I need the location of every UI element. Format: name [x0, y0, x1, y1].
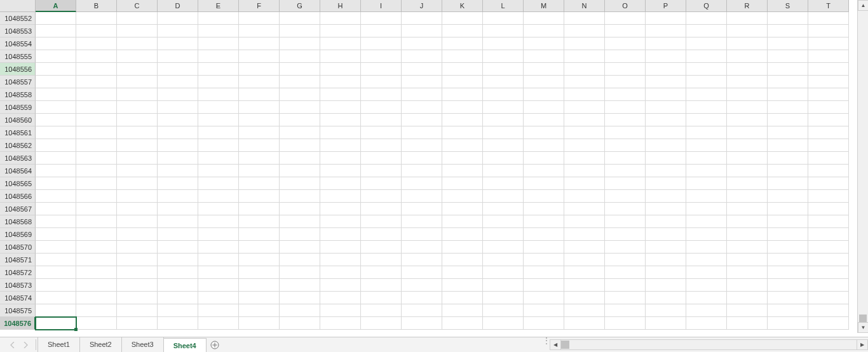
cell[interactable]	[605, 50, 646, 63]
cell[interactable]	[280, 12, 320, 25]
cell[interactable]	[646, 12, 686, 25]
cell[interactable]	[564, 304, 605, 317]
row-header[interactable]: 1048559	[0, 101, 36, 114]
cell[interactable]	[727, 139, 768, 152]
cell[interactable]	[36, 215, 76, 228]
cell[interactable]	[361, 165, 402, 177]
cell[interactable]	[768, 203, 808, 215]
cell[interactable]	[808, 241, 849, 254]
cell[interactable]	[564, 292, 605, 304]
cell[interactable]	[768, 50, 808, 63]
column-header[interactable]: E	[198, 0, 239, 12]
cell[interactable]	[76, 37, 117, 50]
cell[interactable]	[117, 152, 158, 165]
cell[interactable]	[198, 76, 239, 88]
cell[interactable]	[117, 254, 158, 266]
cell[interactable]	[198, 292, 239, 304]
cell[interactable]	[280, 177, 320, 190]
row-header[interactable]: 1048565	[0, 177, 36, 190]
cell[interactable]	[280, 190, 320, 203]
cell[interactable]	[158, 190, 198, 203]
cell[interactable]	[158, 165, 198, 177]
cell[interactable]	[361, 190, 402, 203]
cell[interactable]	[239, 203, 280, 215]
cell[interactable]	[239, 76, 280, 88]
tab-nav-prev-button[interactable]	[6, 338, 19, 352]
cell[interactable]	[524, 76, 564, 88]
cell[interactable]	[361, 241, 402, 254]
cell[interactable]	[646, 203, 686, 215]
cell[interactable]	[646, 101, 686, 114]
cell[interactable]	[117, 203, 158, 215]
row-header[interactable]: 1048561	[0, 126, 36, 139]
cell[interactable]	[727, 266, 768, 279]
cell[interactable]	[402, 241, 442, 254]
cell[interactable]	[36, 266, 76, 279]
horizontal-scroll-thumb[interactable]	[561, 341, 569, 349]
row-header[interactable]: 1048568	[0, 215, 36, 228]
cell[interactable]	[36, 88, 76, 101]
cell[interactable]	[361, 25, 402, 37]
cell[interactable]	[524, 165, 564, 177]
cell[interactable]	[646, 63, 686, 76]
cell[interactable]	[320, 12, 361, 25]
vertical-scrollbar[interactable]: ▲ ▼	[857, 0, 868, 333]
cell[interactable]	[280, 279, 320, 292]
cell[interactable]	[524, 304, 564, 317]
cell[interactable]	[564, 25, 605, 37]
horizontal-scroll-track[interactable]	[561, 340, 857, 349]
cell[interactable]	[524, 203, 564, 215]
scroll-left-button[interactable]: ◀	[550, 340, 561, 349]
cell[interactable]	[442, 101, 483, 114]
cell[interactable]	[117, 279, 158, 292]
cell[interactable]	[686, 215, 727, 228]
cell[interactable]	[239, 241, 280, 254]
cell[interactable]	[158, 126, 198, 139]
cell[interactable]	[280, 76, 320, 88]
cell[interactable]	[808, 152, 849, 165]
cell[interactable]	[768, 228, 808, 241]
cell[interactable]	[76, 88, 117, 101]
row-header[interactable]: 1048567	[0, 203, 36, 215]
scroll-down-button[interactable]: ▼	[858, 322, 868, 333]
row-header[interactable]: 1048576	[0, 317, 36, 330]
cell[interactable]	[361, 126, 402, 139]
cell[interactable]	[768, 279, 808, 292]
cell[interactable]	[483, 12, 524, 25]
cell[interactable]	[239, 101, 280, 114]
cell[interactable]	[239, 292, 280, 304]
cell[interactable]	[483, 254, 524, 266]
cell[interactable]	[646, 152, 686, 165]
cell[interactable]	[727, 37, 768, 50]
cell[interactable]	[686, 139, 727, 152]
cell[interactable]	[320, 152, 361, 165]
cell[interactable]	[320, 279, 361, 292]
cell[interactable]	[76, 228, 117, 241]
cell[interactable]	[442, 292, 483, 304]
cell[interactable]	[320, 25, 361, 37]
cell[interactable]	[768, 88, 808, 101]
row-header[interactable]: 1048566	[0, 190, 36, 203]
cell[interactable]	[442, 241, 483, 254]
cell[interactable]	[117, 37, 158, 50]
cell[interactable]	[646, 279, 686, 292]
cell[interactable]	[76, 165, 117, 177]
cell[interactable]	[402, 165, 442, 177]
cell[interactable]	[198, 266, 239, 279]
cell[interactable]	[158, 266, 198, 279]
cell[interactable]	[239, 12, 280, 25]
cell[interactable]	[483, 279, 524, 292]
cell[interactable]	[483, 50, 524, 63]
sheet-tab[interactable]: Sheet3	[122, 337, 164, 352]
cell[interactable]	[686, 88, 727, 101]
cell[interactable]	[808, 203, 849, 215]
cell[interactable]	[727, 304, 768, 317]
cell[interactable]	[768, 165, 808, 177]
cell[interactable]	[442, 50, 483, 63]
cell[interactable]	[280, 50, 320, 63]
cell[interactable]	[727, 177, 768, 190]
cell[interactable]	[117, 139, 158, 152]
row-header[interactable]: 1048563	[0, 152, 36, 165]
cell[interactable]	[76, 177, 117, 190]
row-header[interactable]: 1048575	[0, 304, 36, 317]
